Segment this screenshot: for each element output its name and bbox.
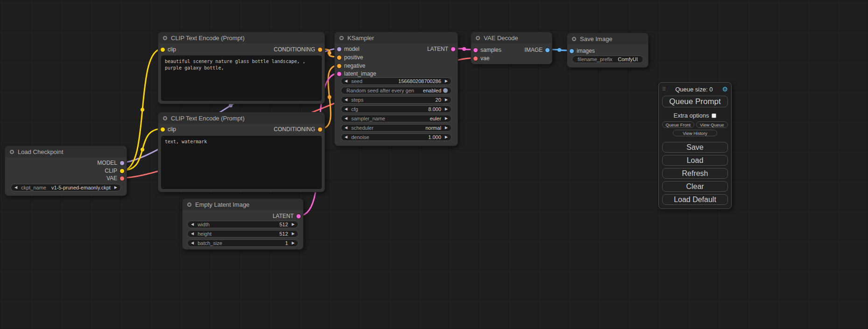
node-clip-text-encode-positive[interactable]: CLIP Text Encode (Prompt) clip CONDITION… [158,32,325,104]
increment-arrow-icon[interactable]: ▶ [445,105,448,113]
load-button[interactable]: Load [662,155,728,166]
height-widget[interactable]: ◀ height 512 ▶ [187,230,298,238]
increment-arrow-icon[interactable]: ▶ [445,133,448,141]
vae-input-slot[interactable] [473,56,478,61]
clip-input-slot[interactable] [161,127,165,132]
node-vae-decode[interactable]: VAE Decode samples IMAGE vae [471,32,552,64]
image-output-label: IMAGE [524,47,543,53]
refresh-button[interactable]: Refresh [662,168,728,179]
clip-input-slot[interactable] [161,48,165,52]
node-ksampler[interactable]: KSampler model LATENT positive negative … [334,32,458,146]
conditioning-output-slot[interactable] [318,48,322,52]
extra-options-checkbox[interactable] [712,113,716,118]
widget-label: denoise [351,134,369,140]
model-output-slot[interactable] [120,161,124,165]
clip-output-slot[interactable] [120,169,124,173]
images-input-slot[interactable] [570,49,574,53]
latent-output-label: LATENT [273,213,294,219]
widget-label: height [198,231,212,237]
random-seed-toggle-widget[interactable]: Random seed after every gen enabled [341,87,452,94]
latent-image-input-slot[interactable] [337,72,341,76]
width-widget[interactable]: ◀ width 512 ▶ [187,221,298,228]
node-graph-canvas[interactable]: CLIP Text Encode (Prompt) clip CONDITION… [0,0,868,329]
positive-input-slot[interactable] [337,56,341,60]
node-status-dot-icon [10,150,14,154]
increment-arrow-icon[interactable]: ▶ [445,115,448,122]
decrement-arrow-icon[interactable]: ◀ [345,124,347,132]
negative-prompt-textarea[interactable]: text, watermark [161,136,322,189]
drag-handle-icon[interactable]: ⠿ [662,86,666,92]
view-queue-button[interactable]: View Queue [696,121,728,128]
settings-gear-icon[interactable]: ⚙ [722,85,728,93]
decrement-arrow-icon[interactable]: ◀ [191,221,194,228]
node-title-bar[interactable]: VAE Decode [471,32,552,43]
node-title-bar[interactable]: CLIP Text Encode (Prompt) [158,32,325,43]
queue-front-button[interactable]: Queue Front [662,121,694,128]
widget-value: 1 [285,240,288,246]
latent-output-slot[interactable] [451,47,455,51]
decrement-arrow-icon[interactable]: ◀ [345,133,347,141]
widget-label: width [198,222,210,227]
save-button[interactable]: Save [662,142,728,153]
increment-arrow-icon[interactable]: ▶ [292,230,295,238]
node-status-dot-icon [187,203,191,207]
batch-size-widget[interactable]: ◀ batch_size 1 ▶ [187,239,298,247]
positive-prompt-textarea[interactable]: beautiful scenery nature glass bottle la… [161,56,322,101]
steps-widget[interactable]: ◀ steps 20 ▶ [341,96,452,104]
node-title-bar[interactable]: CLIP Text Encode (Prompt) [158,112,325,124]
increment-arrow-icon[interactable]: ▶ [445,96,448,104]
decrement-arrow-icon[interactable]: ◀ [191,239,194,247]
increment-arrow-icon[interactable]: ▶ [292,239,295,247]
node-title-bar[interactable]: Load Checkpoint [5,146,127,157]
node-save-image[interactable]: Save Image images filename_prefix ComfyU… [567,33,649,68]
sampler-name-widget[interactable]: ◀ sampler_name euler ▶ [341,115,452,122]
increment-arrow-icon[interactable]: ▶ [445,77,448,85]
model-input-slot[interactable] [337,47,341,51]
decrement-arrow-icon[interactable]: ◀ [191,230,194,238]
vae-output-slot[interactable] [120,176,124,181]
decrement-arrow-icon[interactable]: ◀ [345,105,347,113]
toggle-knob-icon[interactable] [443,88,448,93]
denoise-widget[interactable]: ◀ denoise 1.000 ▶ [341,133,452,141]
increment-arrow-icon[interactable]: ▶ [114,184,117,191]
conditioning-output-slot[interactable] [318,127,322,132]
clear-button[interactable]: Clear [662,181,728,192]
samples-input-slot[interactable] [473,48,478,52]
samples-link-midpoint-dot [462,47,466,51]
node-clip-text-encode-negative[interactable]: CLIP Text Encode (Prompt) clip CONDITION… [158,112,325,192]
conditioning-output-label: CONDITIONING [274,126,315,133]
node-title-bar[interactable]: KSampler [335,32,458,43]
widget-value: 8.000 [428,106,441,112]
queue-prompt-button[interactable]: Queue Prompt [662,96,728,107]
increment-arrow-icon[interactable]: ▶ [445,124,448,132]
load-default-button[interactable]: Load Default [662,194,728,205]
widget-value: 20 [436,97,441,103]
filename-prefix-widget[interactable]: filename_prefix ComfyUI [572,56,643,63]
queue-panel: ⠿ Queue size: 0 ⚙ Queue Prompt Extra opt… [658,82,732,209]
latent-output-label: LATENT [427,46,448,52]
node-status-dot-icon [163,36,167,40]
decrement-arrow-icon[interactable]: ◀ [14,184,17,191]
negative-input-slot[interactable] [337,64,341,68]
clip-output-label: CLIP [105,168,117,174]
scheduler-widget[interactable]: ◀ scheduler normal ▶ [341,124,452,132]
seed-widget[interactable]: ◀ seed 156680208700286 ▶ [341,77,452,85]
decrement-arrow-icon[interactable]: ◀ [345,115,347,122]
widget-label: steps [351,97,363,103]
increment-arrow-icon[interactable]: ▶ [292,221,295,228]
latent-output-slot[interactable] [296,214,301,218]
decrement-arrow-icon[interactable]: ◀ [345,77,347,85]
node-title-bar[interactable]: Empty Latent Image [183,199,303,210]
node-title: CLIP Text Encode (Prompt) [171,35,245,42]
decrement-arrow-icon[interactable]: ◀ [345,96,347,104]
clip-input-label: clip [168,126,176,133]
view-history-button[interactable]: View History [673,130,718,136]
node-load-checkpoint[interactable]: Load Checkpoint MODEL CLIP VAE ◀ ckpt_na… [5,146,127,196]
widget-label: sampler_name [351,116,385,121]
node-title-bar[interactable]: Save Image [567,33,648,44]
queue-size-label: Queue size: 0 [675,86,713,93]
cfg-widget[interactable]: ◀ cfg 8.000 ▶ [341,105,452,113]
image-output-slot[interactable] [545,48,550,52]
ckpt-name-widget[interactable]: ◀ ckpt_name v1-5-pruned-emaonly.ckpt ▶ [11,184,121,191]
node-empty-latent-image[interactable]: Empty Latent Image LATENT ◀ width 512 ▶ … [182,198,303,250]
